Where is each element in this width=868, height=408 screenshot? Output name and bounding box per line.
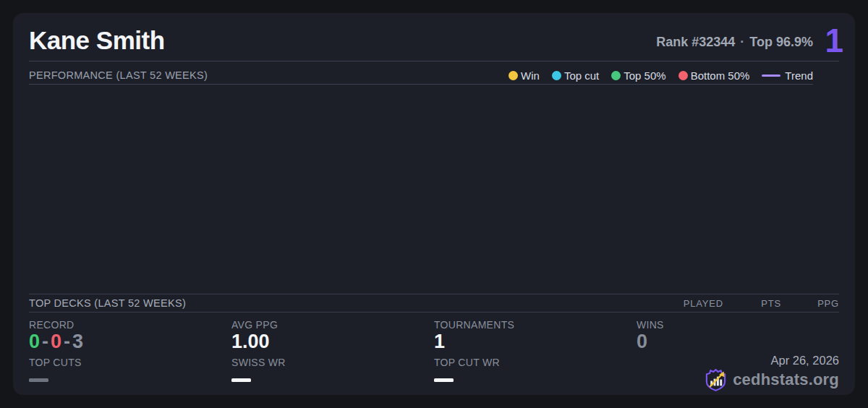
legend-item-top-cut: Top cut [552,69,599,82]
brand-link[interactable]: cedhstats.org [705,367,839,392]
legend-item-top-50: Top 50% [611,69,665,82]
tournaments-value: 1 [434,331,445,352]
column-header-ppg: PPG [817,294,839,313]
legend-label: Trend [785,69,813,82]
record-losses: 0 [51,331,61,352]
tournaments-label: TOURNAMENTS [434,319,514,331]
swiss-wr-label: SWISS WR [231,357,286,368]
rank-text: Rank #32344·Top 96.9% [656,33,813,51]
count-badge: 1 [825,23,843,58]
record-label: RECORD [29,319,74,331]
rank-number: Rank #32344 [656,35,735,49]
page-title: Kane Smith [29,26,165,55]
top-cuts-label: TOP CUTS [29,357,82,368]
swiss-wr-value-dash [231,378,251,382]
legend-label: Top 50% [624,69,665,82]
date-text: Apr 26, 2026 [771,353,840,367]
brand-text: cedhstats.org [733,370,839,389]
bottom-50-dot-icon [678,71,688,80]
top-50-dot-icon [611,71,621,80]
legend-label: Bottom 50% [691,69,750,82]
top-cuts-value-dash [29,378,48,382]
performance-section-title: PERFORMANCE (LAST 52 WEEKS) [29,68,208,82]
column-header-played: PLAYED [684,294,723,313]
record-draws: 3 [72,331,83,352]
record-separator: - [64,331,70,352]
cedhstats-logo-icon [705,368,727,392]
record-separator: - [42,331,48,352]
top-decks-header-row: TOP DECKS (LAST 52 WEEKS) PLAYED PTS PPG [29,294,839,313]
top-cut-dot-icon [552,71,561,80]
legend-label: Win [521,69,540,82]
legend-item-bottom-50: Bottom 50% [678,69,750,82]
record-value: 0-0-3 [29,331,83,352]
record-wins: 0 [29,331,40,352]
top-cut-wr-value-dash [434,378,454,382]
wins-label: WINS [637,319,664,331]
chart-legend: Win Top cut Top 50% Bottom 50% Trend [509,68,813,82]
rank-separator: · [740,35,744,49]
avg-ppg-label: AVG PPG [231,319,278,331]
legend-item-win: Win [509,69,540,82]
wins-value: 0 [637,331,647,352]
top-cut-wr-label: TOP CUT WR [434,357,500,368]
column-header-pts: PTS [761,294,781,313]
win-dot-icon [509,71,518,80]
top-percent: Top 96.9% [749,35,813,49]
performance-chart-area [29,85,813,293]
avg-ppg-value: 1.00 [231,331,270,352]
header-divider [29,61,839,61]
legend-item-trend: Trend [762,69,813,82]
trend-line-icon [762,75,780,77]
legend-label: Top cut [564,69,599,82]
top-decks-section-title: TOP DECKS (LAST 52 WEEKS) [29,294,186,313]
player-stats-card: Kane Smith Rank #32344·Top 96.9% 1 PERFO… [13,13,855,395]
